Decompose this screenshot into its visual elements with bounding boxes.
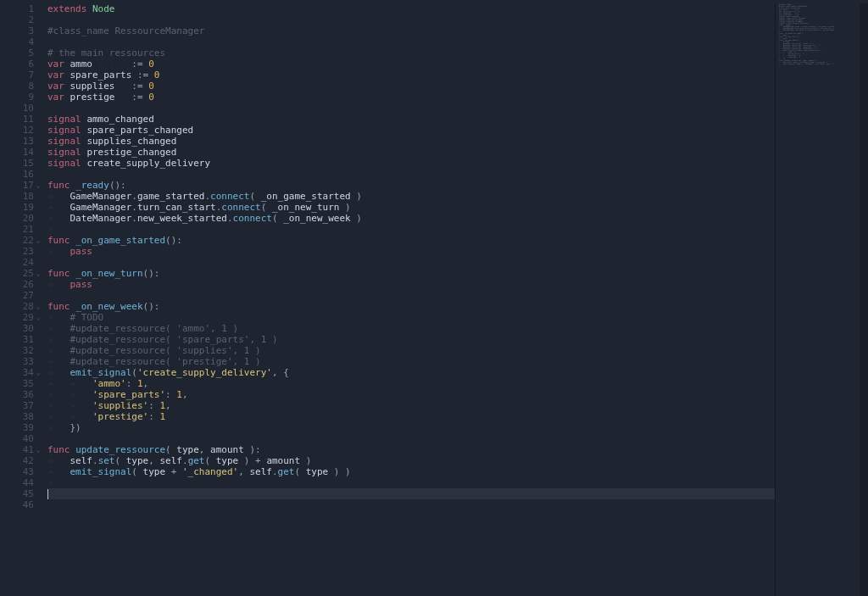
token-num: 0 — [148, 92, 154, 103]
code-line[interactable]: » # TODO — [47, 312, 775, 323]
minimap[interactable]: extends Node#class_name RessourceManager… — [775, 3, 868, 596]
token-ident: new_week_started — [137, 213, 227, 224]
token-op: : — [148, 400, 159, 411]
minimap-line: » — [776, 64, 868, 66]
code-line[interactable]: » pass — [47, 246, 775, 257]
code-line[interactable]: signal create_supply_delivery — [47, 158, 775, 169]
token-fn: _on_game_started — [75, 235, 165, 246]
token-num: 0 — [148, 58, 154, 70]
token-op: . — [131, 213, 137, 224]
token-op: ) — [300, 455, 311, 466]
token-ident: type — [306, 466, 329, 477]
line-number: 34⌄ — [0, 367, 34, 378]
code-line[interactable]: func _on_game_started(): — [47, 235, 775, 246]
token-op: }) — [70, 422, 81, 433]
token-ws: » — [47, 367, 70, 378]
code-line[interactable]: » GameManager.turn_can_start.connect( _o… — [47, 202, 775, 213]
token-ws: » — [47, 213, 70, 224]
code-content-area[interactable]: extends Node#class_name RessourceManager… — [39, 3, 775, 596]
token-ws: » — [47, 202, 70, 213]
token-op: , { — [272, 367, 289, 378]
code-line[interactable]: » self.set( type, self.get( type ) + amo… — [47, 455, 775, 466]
token-kw: func — [47, 180, 70, 191]
token-ident: create_supply_delivery — [86, 158, 210, 169]
code-line[interactable] — [47, 499, 775, 510]
code-line[interactable] — [47, 257, 775, 268]
line-number: 41⌄ — [0, 444, 34, 455]
code-line[interactable]: var supplies := 0 — [47, 81, 775, 92]
line-number: 1 — [0, 3, 34, 14]
code-line[interactable] — [47, 103, 775, 114]
token-ws: » — [47, 345, 70, 356]
token-op — [64, 70, 70, 81]
code-line[interactable]: signal spare_parts_changed — [47, 125, 775, 136]
code-line[interactable]: » DateManager.new_week_started.connect( … — [47, 213, 775, 224]
code-line[interactable]: signal ammo_changed — [47, 114, 775, 125]
code-line[interactable]: #class_name RessourceManager — [47, 25, 775, 36]
token-fn: get — [188, 455, 205, 466]
token-ws — [114, 92, 131, 103]
token-op: ) + — [238, 455, 266, 466]
code-line[interactable]: » GameManager.game_started.connect( _on_… — [47, 191, 775, 202]
code-line[interactable] — [47, 169, 775, 180]
code-line[interactable]: » emit_signal('create_supply_delivery', … — [47, 367, 775, 378]
code-line[interactable]: func _on_new_turn(): — [47, 268, 775, 279]
token-kw: extends — [47, 3, 86, 14]
token-op: ( — [205, 455, 216, 466]
code-line[interactable]: » » 'spare_parts': 1, — [47, 389, 775, 400]
code-line[interactable]: » #update_ressource( 'supplies', 1 ) — [47, 345, 775, 356]
code-line[interactable]: signal prestige_changed — [47, 147, 775, 158]
code-line[interactable]: func update_ressource( type, amount ): — [47, 444, 775, 455]
token-str: 'prestige' — [92, 411, 148, 422]
code-line[interactable]: var ammo · · := 0 — [47, 58, 775, 70]
code-line[interactable]: » #update_ressource( 'prestige', 1 ) — [47, 356, 775, 367]
line-number: 10 — [0, 103, 34, 114]
code-line[interactable]: » #update_ressource( 'spare_parts', 1 ) — [47, 334, 775, 345]
code-line[interactable] — [47, 14, 775, 25]
token-op: ) — [351, 213, 362, 224]
minimap-scrollbar[interactable] — [860, 3, 868, 596]
line-number: 26 — [0, 279, 34, 290]
code-line[interactable]: # the main ressources — [47, 47, 775, 58]
code-line[interactable] — [47, 290, 775, 301]
token-op: ( — [115, 455, 126, 466]
code-line[interactable]: extends Node — [47, 3, 775, 14]
code-line[interactable]: » emit_signal( type + '_changed', self.g… — [47, 466, 775, 477]
line-number: 28⌄ — [0, 301, 34, 312]
token-ws: » » — [47, 378, 92, 389]
token-fn: get — [278, 466, 295, 477]
code-line[interactable]: func _on_new_week(): — [47, 301, 775, 312]
line-number: 27 — [0, 290, 34, 301]
token-op: . — [131, 202, 137, 213]
token-ident: ammo_changed — [86, 114, 153, 125]
code-line[interactable] — [47, 488, 775, 499]
code-line[interactable]: » » 'ammo': 1, — [47, 378, 775, 389]
token-op: ( — [249, 191, 260, 202]
code-line[interactable]: » — [47, 224, 775, 235]
code-line[interactable]: » » 'supplies': 1, — [47, 400, 775, 411]
line-number: 42 — [0, 455, 34, 466]
code-line[interactable] — [47, 433, 775, 444]
token-type: Node — [92, 3, 115, 14]
code-line[interactable]: » }) — [47, 422, 775, 433]
token-op: ) ) — [328, 466, 351, 477]
code-line[interactable]: » pass — [47, 279, 775, 290]
token-op: , — [165, 400, 171, 411]
code-line[interactable] — [47, 36, 775, 47]
line-number: 45 — [0, 488, 34, 499]
code-line[interactable]: var spare_parts := 0 — [47, 70, 775, 81]
line-number: 32 — [0, 345, 34, 356]
code-line[interactable]: » — [47, 477, 775, 488]
line-number: 31 — [0, 334, 34, 345]
code-line[interactable]: » #update_ressource( 'ammo', 1 ) — [47, 323, 775, 334]
code-line[interactable]: » » 'prestige': 1 — [47, 411, 775, 422]
token-ws: » — [47, 477, 53, 488]
code-editor[interactable]: 1234567891011121314151617⌄➜1819202122⌄23… — [0, 0, 868, 596]
token-op: , — [238, 466, 249, 477]
code-line[interactable]: var prestige := 0 — [47, 92, 775, 103]
code-line[interactable]: signal supplies_changed — [47, 136, 775, 147]
token-op: ( — [165, 444, 176, 455]
token-ws: » — [47, 323, 70, 334]
code-line[interactable]: func _ready(): — [47, 180, 775, 191]
token-fn: emit_signal — [70, 466, 132, 477]
